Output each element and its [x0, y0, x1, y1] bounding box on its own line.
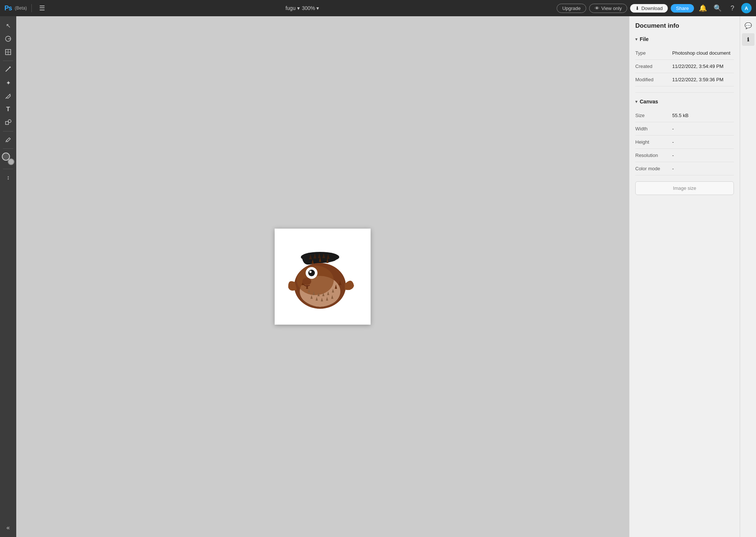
- left-toolbar: ↖ ✦ T ↕ «: [0, 16, 16, 537]
- transform-tool-button[interactable]: [2, 46, 14, 58]
- svg-line-9: [6, 141, 6, 142]
- file-section-header[interactable]: ▾ File: [635, 36, 734, 42]
- modified-value: 11/22/2022, 3:59:36 PM: [672, 77, 734, 82]
- zoom-label: 300%: [302, 5, 315, 11]
- file-section-label: File: [640, 36, 649, 42]
- type-row: Type Photoshop cloud document: [635, 47, 734, 60]
- tool-separator-1: [3, 61, 13, 61]
- svg-point-8: [8, 120, 11, 123]
- height-value: -: [672, 139, 734, 145]
- resolution-label: Resolution: [635, 153, 672, 158]
- info-icon: ℹ: [747, 37, 749, 42]
- topbar-left: Ps (Beta) ☰: [4, 2, 48, 14]
- svg-point-40: [302, 278, 311, 285]
- topbar-right: Upgrade 👁 View only ⬇ Download Share 🔔 🔍…: [557, 2, 752, 14]
- canvas-area: [16, 16, 629, 537]
- avatar[interactable]: A: [741, 3, 752, 13]
- comment-button[interactable]: 💬: [742, 19, 755, 32]
- size-value: 55.5 kB: [672, 113, 734, 118]
- svg-point-5: [9, 66, 11, 68]
- colormode-value: -: [672, 166, 734, 171]
- tool-separator-4: [3, 169, 13, 169]
- created-value: 11/22/2022, 3:54:49 PM: [672, 64, 734, 69]
- svg-point-38: [308, 270, 315, 276]
- hamburger-menu-button[interactable]: ☰: [36, 2, 48, 14]
- tool-separator-2: [3, 131, 13, 131]
- filename-button[interactable]: fugu: [285, 5, 299, 11]
- canvas-frame: [275, 229, 371, 325]
- created-label: Created: [635, 64, 672, 69]
- eyedropper-tool-button[interactable]: [2, 134, 14, 146]
- width-label: Width: [635, 126, 672, 131]
- size-row: Size 55.5 kB: [635, 109, 734, 122]
- color-pair: [2, 153, 14, 165]
- height-row: Height -: [635, 136, 734, 149]
- beta-label: (Beta): [15, 6, 27, 11]
- svg-line-6: [6, 98, 6, 99]
- created-row: Created 11/22/2022, 3:54:49 PM: [635, 60, 734, 73]
- upgrade-button[interactable]: Upgrade: [557, 4, 586, 13]
- pen-tool-button[interactable]: [2, 90, 14, 102]
- select-tool-button[interactable]: ↖: [2, 19, 14, 32]
- main-area: ↖ ✦ T ↕ «: [0, 16, 756, 537]
- download-label: Download: [641, 6, 663, 11]
- zoom-button[interactable]: 300%: [302, 5, 319, 11]
- svg-point-39: [309, 271, 312, 273]
- topbar-divider: [31, 4, 32, 12]
- file-chevron-icon: ▾: [635, 37, 638, 42]
- modified-label: Modified: [635, 77, 672, 82]
- download-icon: ⬇: [635, 6, 639, 11]
- topbar-center: fugu 300%: [52, 5, 553, 11]
- search-icon: 🔍: [714, 4, 722, 12]
- section-divider-1: [635, 92, 734, 93]
- heal-tool-button[interactable]: ✦: [2, 76, 14, 89]
- modified-row: Modified 11/22/2022, 3:59:36 PM: [635, 73, 734, 86]
- notifications-button[interactable]: 🔔: [697, 2, 709, 14]
- width-row: Width -: [635, 122, 734, 136]
- canvas-section-header[interactable]: ▾ Canvas: [635, 99, 734, 105]
- share-button[interactable]: Share: [671, 4, 694, 13]
- brush-tool-button[interactable]: [2, 63, 14, 76]
- panel-title: Document info: [635, 22, 734, 30]
- topbar: Ps (Beta) ☰ fugu 300% Upgrade 👁 View onl…: [0, 0, 756, 16]
- canvas-section-label: Canvas: [640, 99, 658, 105]
- lasso-tool-button[interactable]: [2, 33, 14, 45]
- filename-label: fugu: [285, 5, 295, 11]
- fugu-image: [280, 234, 365, 319]
- type-label: Type: [635, 50, 672, 56]
- help-button[interactable]: ?: [726, 2, 738, 14]
- far-right-panel: 💬 ℹ: [740, 16, 756, 537]
- right-panel: Document info ▾ File Type Photoshop clou…: [629, 16, 740, 537]
- swap-tool-button[interactable]: ↕: [2, 171, 14, 184]
- help-icon: ?: [731, 4, 734, 12]
- panel-content: Document info ▾ File Type Photoshop clou…: [629, 16, 740, 537]
- background-color[interactable]: [8, 158, 14, 165]
- bell-icon: 🔔: [699, 4, 707, 12]
- width-value: -: [672, 126, 734, 131]
- canvas-chevron-icon: ▾: [635, 99, 638, 104]
- info-button[interactable]: ℹ: [742, 33, 755, 46]
- size-label: Size: [635, 113, 672, 118]
- download-button[interactable]: ⬇ Download: [630, 4, 668, 13]
- resolution-row: Resolution -: [635, 149, 734, 162]
- search-button[interactable]: 🔍: [712, 2, 724, 14]
- shape-tool-button[interactable]: [2, 116, 14, 129]
- comment-icon: 💬: [745, 22, 752, 29]
- type-value: Photoshop cloud document: [672, 50, 734, 56]
- zoom-chevron-icon: [316, 5, 319, 11]
- resolution-value: -: [672, 153, 734, 158]
- height-label: Height: [635, 139, 672, 145]
- colormode-label: Color mode: [635, 166, 672, 171]
- image-size-button[interactable]: Image size: [635, 181, 734, 195]
- type-tool-button[interactable]: T: [2, 103, 14, 116]
- view-only-label: View only: [601, 6, 622, 11]
- hamburger-icon: ☰: [39, 4, 45, 12]
- tool-separator-3: [3, 148, 13, 149]
- eye-icon: 👁: [595, 6, 599, 11]
- collapse-toolbar-button[interactable]: «: [2, 521, 14, 534]
- view-only-button[interactable]: 👁 View only: [589, 4, 627, 13]
- ps-logo: Ps: [4, 4, 12, 12]
- colormode-row: Color mode -: [635, 162, 734, 175]
- filename-chevron-icon: [297, 5, 300, 11]
